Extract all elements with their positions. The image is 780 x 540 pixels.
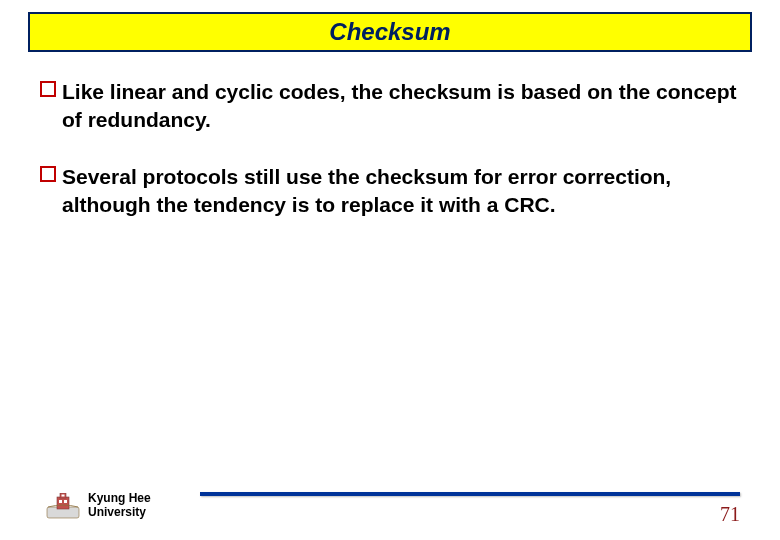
svg-rect-4 — [59, 500, 62, 503]
slide-title: Checksum — [30, 18, 750, 46]
bullet-text: Several protocols still use the checksum… — [62, 163, 740, 220]
svg-rect-3 — [62, 495, 65, 497]
square-bullet-icon — [40, 166, 56, 182]
bullet-item: Like linear and cyclic codes, the checks… — [40, 78, 740, 135]
footer-org-line1: Kyung Hee — [88, 492, 151, 506]
slide-footer: Kyung Hee University 71 — [0, 476, 780, 526]
bullet-item: Several protocols still use the checksum… — [40, 163, 740, 220]
footer-org-name: Kyung Hee University — [88, 492, 151, 520]
footer-org-line2: University — [88, 506, 151, 520]
footer-logo-block: Kyung Hee University — [46, 492, 151, 520]
page-number: 71 — [720, 503, 740, 526]
square-bullet-icon — [40, 81, 56, 97]
bullet-text: Like linear and cyclic codes, the checks… — [62, 78, 740, 135]
university-logo-icon — [46, 493, 80, 519]
slide-body: Like linear and cyclic codes, the checks… — [0, 52, 780, 219]
svg-rect-5 — [64, 500, 67, 503]
footer-divider — [200, 492, 740, 496]
slide-title-bar: Checksum — [28, 12, 752, 52]
svg-rect-1 — [57, 497, 69, 509]
